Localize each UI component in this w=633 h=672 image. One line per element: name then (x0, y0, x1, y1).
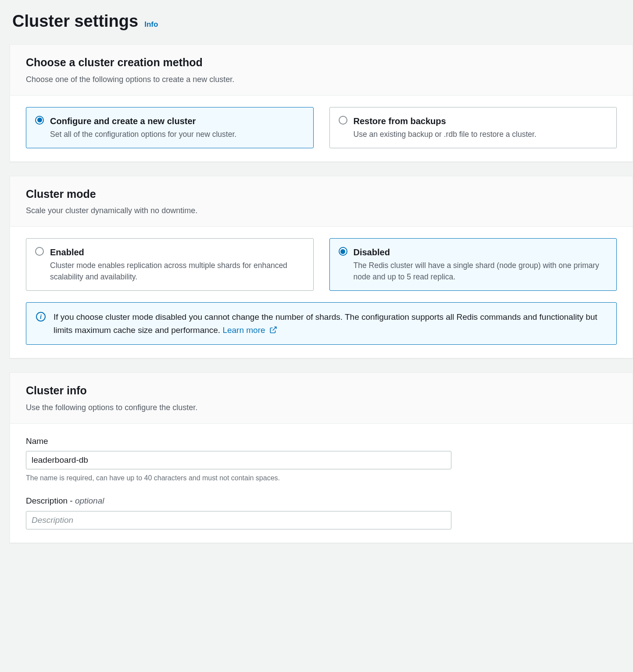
alert-message: If you choose cluster mode disabled you … (54, 312, 597, 334)
panel-header: Cluster mode Scale your cluster dynamica… (10, 176, 633, 227)
option-cluster-enabled[interactable]: Enabled Cluster mode enables replication… (26, 238, 314, 291)
option-desc: Set all of the configuration options for… (50, 129, 304, 140)
radio-icon (35, 247, 44, 256)
page-title: Cluster settings (12, 9, 138, 34)
name-helper: The name is required, can have up to 40 … (26, 473, 617, 483)
radio-icon (35, 116, 44, 125)
description-input[interactable] (26, 511, 451, 529)
option-cluster-disabled[interactable]: Disabled The Redis cluster will have a s… (329, 238, 617, 291)
description-label-main: Description - (26, 496, 75, 505)
info-icon: i (36, 312, 46, 322)
option-title: Enabled (50, 246, 304, 259)
panel-title: Cluster mode (26, 186, 617, 203)
panel-header: Choose a cluster creation method Choose … (10, 45, 633, 96)
option-desc: The Redis cluster will have a single sha… (354, 260, 608, 282)
radio-icon (339, 247, 347, 256)
option-title: Configure and create a new cluster (50, 114, 304, 128)
name-input[interactable] (26, 451, 451, 469)
panel-subtitle: Choose one of the following options to c… (26, 74, 617, 86)
option-title: Disabled (354, 246, 608, 259)
creation-method-panel: Choose a cluster creation method Choose … (10, 44, 633, 162)
option-title: Restore from backups (354, 114, 608, 128)
external-link-icon (269, 326, 277, 334)
description-field-group: Description - optional (26, 495, 617, 529)
radio-icon (339, 116, 347, 125)
cluster-info-panel: Cluster info Use the following options t… (10, 372, 633, 543)
cluster-mode-alert: i If you choose cluster mode disabled yo… (26, 302, 617, 345)
panel-title: Choose a cluster creation method (26, 54, 617, 71)
option-restore-backups[interactable]: Restore from backups Use an existing bac… (329, 107, 617, 148)
panel-subtitle: Scale your cluster dynamically with no d… (26, 205, 617, 217)
info-link[interactable]: Info (144, 19, 158, 30)
description-label: Description - optional (26, 495, 617, 508)
name-label: Name (26, 435, 617, 448)
learn-more-label: Learn more (222, 325, 265, 335)
cluster-mode-panel: Cluster mode Scale your cluster dynamica… (10, 176, 633, 358)
panel-subtitle: Use the following options to configure t… (26, 402, 617, 414)
option-desc: Use an existing backup or .rdb file to r… (354, 129, 608, 140)
panel-header: Cluster info Use the following options t… (10, 373, 633, 424)
learn-more-link[interactable]: Learn more (222, 325, 277, 335)
name-field-group: Name The name is required, can have up t… (26, 435, 617, 484)
option-desc: Cluster mode enables replication across … (50, 260, 304, 282)
description-label-optional: optional (75, 496, 104, 505)
alert-text: If you choose cluster mode disabled you … (54, 311, 607, 336)
panel-title: Cluster info (26, 382, 617, 399)
option-configure-new[interactable]: Configure and create a new cluster Set a… (26, 107, 314, 148)
page-header: Cluster settings Info (0, 0, 633, 44)
